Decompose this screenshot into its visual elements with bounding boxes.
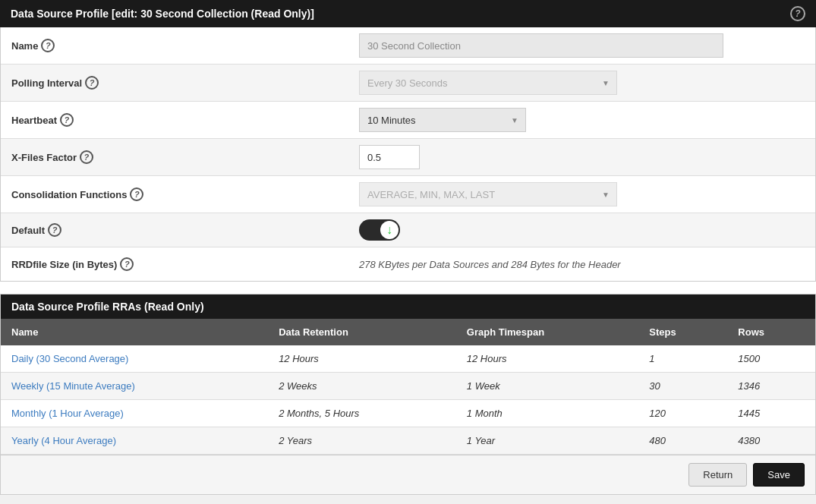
- default-value-cell: ↓: [350, 213, 815, 247]
- rra-rows-cell: 1500: [727, 345, 815, 373]
- xfiles-help-icon[interactable]: ?: [80, 150, 93, 164]
- polling-interval-select[interactable]: Every 30 Seconds: [359, 71, 617, 95]
- consolidation-help-icon[interactable]: ?: [130, 187, 143, 201]
- xfiles-input[interactable]: [359, 145, 420, 169]
- rra-name-cell[interactable]: Yearly (4 Hour Average): [1, 427, 268, 455]
- rra-name-link[interactable]: Yearly (4 Hour Average): [11, 435, 116, 446]
- name-label: Name ?: [1, 31, 350, 60]
- table-row: Monthly (1 Hour Average) 2 Months, 5 Hou…: [1, 400, 815, 427]
- polling-interval-label: Polling Interval ?: [1, 68, 350, 97]
- form-section: Name ? Polling Interval ? Every 30 Secon…: [0, 27, 816, 282]
- main-container: Data Source Profile [edit: 30 Second Col…: [0, 0, 816, 495]
- rra-rows-cell: 1346: [727, 373, 815, 400]
- rra-graph-timespan-cell: 1 Week: [456, 373, 639, 400]
- save-button[interactable]: Save: [753, 463, 805, 487]
- consolidation-value-cell: AVERAGE, MIN, MAX, LAST: [350, 176, 815, 213]
- col-name: Name: [1, 319, 268, 345]
- name-input[interactable]: [359, 33, 723, 58]
- rra-section-title: Data Source Profile RRAs (Read Only): [11, 301, 204, 313]
- rra-steps-cell: 1: [638, 345, 727, 373]
- default-toggle[interactable]: ↓: [359, 219, 400, 241]
- consolidation-select[interactable]: AVERAGE, MIN, MAX, LAST: [359, 182, 617, 206]
- rra-rows-cell: 1445: [727, 400, 815, 427]
- rra-table: Name Data Retention Graph Timespan Steps…: [1, 319, 815, 455]
- rra-section-header: Data Source Profile RRAs (Read Only): [1, 295, 815, 319]
- heartbeat-label: Heartbeat ?: [1, 106, 350, 134]
- rra-graph-timespan-cell: 12 Hours: [456, 345, 639, 373]
- rra-name-cell[interactable]: Weekly (15 Minute Average): [1, 373, 268, 400]
- rra-steps-cell: 30: [638, 373, 727, 400]
- default-help-icon[interactable]: ?: [48, 223, 61, 237]
- return-button[interactable]: Return: [688, 463, 747, 487]
- name-value-cell: [350, 27, 815, 64]
- rra-name-link[interactable]: Weekly (15 Minute Average): [11, 380, 135, 392]
- rra-data-retention-cell: 2 Years: [268, 427, 456, 455]
- consolidation-row: Consolidation Functions ? AVERAGE, MIN, …: [1, 176, 815, 213]
- col-graph-timespan: Graph Timespan: [456, 319, 639, 345]
- rra-steps-cell: 120: [638, 400, 727, 427]
- rrdfile-help-icon[interactable]: ?: [120, 257, 134, 271]
- rra-section: Data Source Profile RRAs (Read Only) Nam…: [0, 294, 816, 455]
- main-title: Data Source Profile [edit: 30 Second Col…: [11, 8, 314, 20]
- rra-rows-cell: 4380: [727, 427, 815, 455]
- heartbeat-value-cell: 10 Minutes: [350, 102, 815, 138]
- polling-interval-row: Polling Interval ? Every 30 Seconds: [1, 65, 815, 102]
- heartbeat-select[interactable]: 10 Minutes: [359, 108, 526, 132]
- heartbeat-select-wrapper: 10 Minutes: [359, 108, 526, 132]
- main-help-icon[interactable]: ?: [790, 6, 805, 21]
- heartbeat-row: Heartbeat ? 10 Minutes: [1, 102, 815, 139]
- default-label: Default ?: [1, 216, 350, 244]
- table-header-row: Name Data Retention Graph Timespan Steps…: [1, 319, 815, 345]
- col-data-retention: Data Retention: [268, 319, 456, 345]
- table-row: Daily (30 Second Average) 12 Hours 12 Ho…: [1, 345, 815, 373]
- rra-data-retention-cell: 2 Weeks: [268, 373, 456, 400]
- name-help-icon[interactable]: ?: [41, 39, 55, 52]
- rrdfile-value-cell: 278 KBytes per Data Sources and 284 Byte…: [350, 253, 815, 276]
- name-row: Name ?: [1, 27, 815, 65]
- footer-bar: Return Save: [0, 455, 816, 495]
- rrdfile-row: RRDfile Size (in Bytes) ? 278 KBytes per…: [1, 247, 815, 281]
- rra-data-retention-cell: 2 Months, 5 Hours: [268, 400, 456, 427]
- main-section-header: Data Source Profile [edit: 30 Second Col…: [0, 0, 816, 27]
- rra-graph-timespan-cell: 1 Year: [456, 427, 639, 455]
- table-row: Yearly (4 Hour Average) 2 Years 1 Year 4…: [1, 427, 815, 455]
- consolidation-label: Consolidation Functions ?: [1, 180, 350, 209]
- xfiles-label: X-Files Factor ?: [1, 143, 350, 172]
- rrdfile-size-text: 278 KBytes per Data Sources and 284 Byte…: [359, 259, 621, 270]
- table-row: Weekly (15 Minute Average) 2 Weeks 1 Wee…: [1, 373, 815, 400]
- rra-name-cell[interactable]: Daily (30 Second Average): [1, 345, 268, 373]
- rrdfile-label: RRDfile Size (in Bytes) ?: [1, 250, 350, 279]
- rra-name-link[interactable]: Daily (30 Second Average): [11, 353, 128, 364]
- toggle-arrow-icon: ↓: [386, 224, 392, 236]
- rra-graph-timespan-cell: 1 Month: [456, 400, 639, 427]
- xfiles-value-cell: [350, 139, 815, 175]
- col-rows: Rows: [727, 319, 815, 345]
- consolidation-select-wrapper: AVERAGE, MIN, MAX, LAST: [359, 182, 617, 206]
- xfiles-row: X-Files Factor ?: [1, 139, 815, 176]
- polling-interval-select-wrapper: Every 30 Seconds: [359, 71, 617, 95]
- rra-steps-cell: 480: [638, 427, 727, 455]
- rra-name-cell[interactable]: Monthly (1 Hour Average): [1, 400, 268, 427]
- default-row: Default ? ↓: [1, 213, 815, 247]
- toggle-knob: ↓: [380, 221, 399, 239]
- rra-data-retention-cell: 12 Hours: [268, 345, 456, 373]
- polling-interval-value-cell: Every 30 Seconds: [350, 65, 815, 101]
- rra-name-link[interactable]: Monthly (1 Hour Average): [11, 408, 124, 419]
- col-steps: Steps: [638, 319, 727, 345]
- heartbeat-help-icon[interactable]: ?: [60, 113, 74, 127]
- polling-interval-help-icon[interactable]: ?: [85, 76, 99, 90]
